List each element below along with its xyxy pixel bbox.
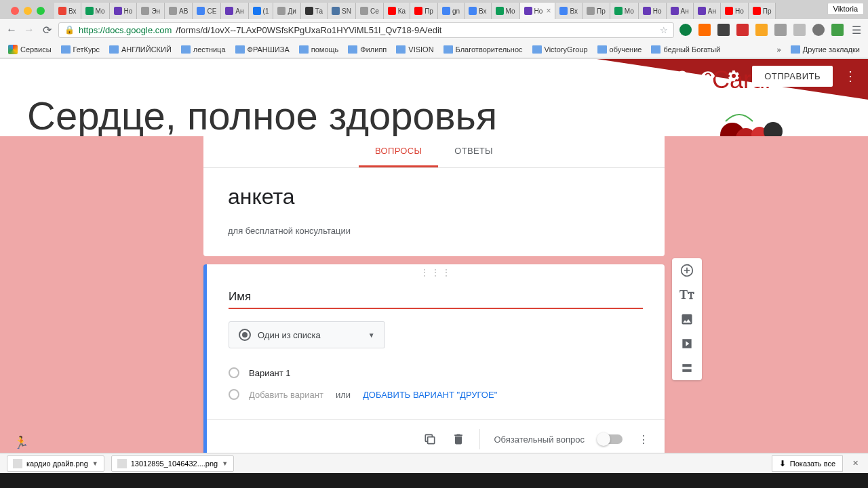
close-window-button[interactable] xyxy=(11,7,19,15)
browser-tab[interactable]: Ан xyxy=(694,3,721,19)
bookmark-item[interactable]: ФРАНШИЗА xyxy=(233,43,292,56)
hangouts-icon[interactable]: 🏃 xyxy=(14,435,27,449)
bookmark-item[interactable]: Сервисы xyxy=(5,43,54,56)
bookmark-item[interactable]: бедный Богатый xyxy=(648,43,723,56)
browser-tab[interactable]: Ка xyxy=(384,3,410,19)
download-item-2[interactable]: 13012895_1046432....png ▼ xyxy=(111,455,234,472)
required-toggle[interactable] xyxy=(598,434,623,444)
download-item-1[interactable]: кардио драйв.png ▼ xyxy=(7,455,104,472)
show-all-label: Показать все xyxy=(790,460,835,468)
browser-tab[interactable]: Пр xyxy=(583,3,610,19)
question-type-dropdown[interactable]: Один из списка ▼ xyxy=(229,321,385,348)
tab-answers[interactable]: ОТВЕТЫ xyxy=(438,136,509,167)
add-image-icon[interactable] xyxy=(672,307,702,331)
minimize-window-button[interactable] xyxy=(24,7,32,15)
browser-tab[interactable]: Мо xyxy=(81,3,110,19)
forward-button[interactable]: → xyxy=(23,24,35,36)
radio-empty-icon xyxy=(229,389,239,400)
option-row[interactable]: Вариант 1 xyxy=(229,362,643,384)
browser-tab[interactable]: Вх xyxy=(555,3,583,19)
browser-tab[interactable]: Но× xyxy=(520,3,556,19)
bookmark-item[interactable]: АНГЛИЙСКИЙ xyxy=(106,43,174,56)
browser-tab[interactable]: Пр xyxy=(410,3,438,19)
browser-tab[interactable]: Мо xyxy=(492,3,520,19)
file-icon xyxy=(117,459,127,468)
settings-icon[interactable] xyxy=(726,68,741,83)
url-path: /forms/d/1ovX--7LAxP0WSfsKPgUxaRo1HYViML… xyxy=(176,25,441,35)
bookmark-item[interactable]: VISION xyxy=(393,43,436,56)
bookmark-item[interactable]: помощь xyxy=(296,43,342,56)
ext-icon-5[interactable] xyxy=(755,24,768,36)
bookmark-item[interactable]: обучение xyxy=(595,43,645,56)
add-section-icon[interactable] xyxy=(672,356,702,380)
browser-tab[interactable]: Мо xyxy=(610,3,639,19)
video-controls-bar[interactable] xyxy=(0,473,868,488)
browser-tab[interactable]: SN xyxy=(328,3,356,19)
tab-questions[interactable]: ВОПРОСЫ xyxy=(359,136,438,167)
duplicate-icon[interactable] xyxy=(422,432,437,447)
ext-icon-3[interactable] xyxy=(717,24,730,36)
form-description[interactable]: для бесплатной консультации xyxy=(228,226,640,236)
browser-tab[interactable]: Эн xyxy=(137,3,165,19)
chrome-menu-button[interactable]: ☰ xyxy=(850,24,863,36)
delete-icon[interactable] xyxy=(451,432,466,447)
back-arrow-button[interactable]: ← xyxy=(11,68,24,84)
svg-rect-7 xyxy=(682,369,691,372)
question-more-icon[interactable]: ⋮ xyxy=(636,432,651,447)
browser-tab[interactable]: Ан xyxy=(667,3,694,19)
form-title[interactable]: анкета xyxy=(228,184,640,209)
question-title-input[interactable] xyxy=(229,286,643,309)
send-button[interactable]: ОТПРАВИТЬ xyxy=(752,66,833,87)
ext-icon-7[interactable] xyxy=(793,24,806,36)
palette-icon[interactable] xyxy=(675,68,690,83)
lock-icon: 🔒 xyxy=(64,25,75,35)
bookmark-item[interactable]: VictoryGroup xyxy=(530,43,591,56)
bookmarks-overflow[interactable]: » xyxy=(774,44,784,55)
back-button[interactable]: ← xyxy=(5,24,18,36)
maximize-window-button[interactable] xyxy=(37,7,45,15)
browser-tab[interactable]: Та xyxy=(301,3,328,19)
browser-tab[interactable]: СЕ xyxy=(193,3,221,19)
add-title-icon[interactable]: Tᴛ xyxy=(672,283,702,307)
browser-tab[interactable]: АВ xyxy=(165,3,193,19)
form-title-card[interactable]: анкета для бесплатной консультации xyxy=(203,168,665,256)
add-question-icon[interactable] xyxy=(672,258,702,283)
drag-handle-icon[interactable]: ⋮⋮⋮ xyxy=(207,264,665,281)
browser-tab[interactable]: Ан xyxy=(221,3,248,19)
more-icon[interactable]: ⋮ xyxy=(844,68,857,84)
add-video-icon[interactable] xyxy=(672,331,702,356)
url-input[interactable]: 🔒 https://docs.google.com/forms/d/1ovX--… xyxy=(58,22,674,38)
add-other-link[interactable]: ДОБАВИТЬ ВАРИАНТ "ДРУГОЕ" xyxy=(363,390,497,400)
svg-rect-6 xyxy=(682,364,691,367)
close-downloads-button[interactable]: ✕ xyxy=(850,459,861,468)
browser-tab[interactable]: Но xyxy=(639,3,667,19)
preview-icon[interactable] xyxy=(701,68,715,83)
ext-icon-9[interactable] xyxy=(831,24,844,36)
browser-tab[interactable]: (1 xyxy=(249,3,274,19)
browser-tab[interactable]: Ди xyxy=(273,3,300,19)
ext-icon-1[interactable] xyxy=(679,24,692,36)
ext-icon-4[interactable] xyxy=(736,24,749,36)
star-icon[interactable]: ☆ xyxy=(660,25,668,35)
option-text[interactable]: Вариант 1 xyxy=(249,368,291,378)
other-bookmarks[interactable]: Другие закладки xyxy=(788,44,863,55)
browser-tab[interactable]: Вх xyxy=(465,3,492,19)
ext-icon-8[interactable] xyxy=(812,24,825,36)
bookmark-item[interactable]: лестница xyxy=(178,43,229,56)
reload-button[interactable]: ⟳ xyxy=(41,24,53,36)
browser-tab[interactable]: Вх xyxy=(54,3,81,19)
add-option-link[interactable]: Добавить вариант xyxy=(249,390,323,400)
browser-tab[interactable]: Но xyxy=(110,3,138,19)
browser-tab[interactable]: gn xyxy=(438,3,465,19)
browser-tab[interactable]: Пр xyxy=(749,3,776,19)
browser-tab[interactable]: Се xyxy=(356,3,384,19)
user-profile-badge[interactable]: Viktoria xyxy=(827,3,864,15)
show-all-downloads-button[interactable]: ⬇ Показать все xyxy=(772,455,843,472)
bookmark-item[interactable]: ГетКурс xyxy=(58,43,102,56)
ext-icon-6[interactable] xyxy=(774,24,787,36)
form-name[interactable]: Новая форма xyxy=(38,69,111,83)
browser-tab[interactable]: Но xyxy=(721,3,749,19)
bookmark-item[interactable]: Благотворительнос xyxy=(441,43,526,56)
ext-icon-2[interactable] xyxy=(698,24,711,36)
bookmark-item[interactable]: Филипп xyxy=(345,43,389,56)
